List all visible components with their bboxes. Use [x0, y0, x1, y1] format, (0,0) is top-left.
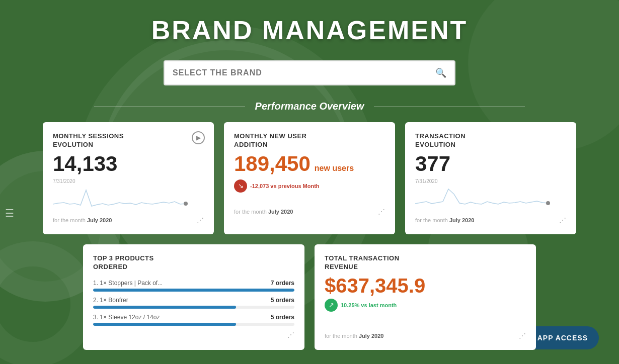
revenue-title: TOTAL TRANSACTIONREVENUE	[325, 254, 526, 271]
sidebar-menu-icon[interactable]: ☰	[5, 207, 14, 219]
search-input[interactable]	[173, 68, 435, 77]
product-2-name: 2. 1× Bonfrer	[93, 297, 128, 304]
transaction-chart	[415, 185, 551, 210]
performance-title: Performance Overview	[255, 101, 364, 112]
trend-up-icon: ↗	[325, 299, 338, 312]
product-1-orders: 7 orders	[271, 280, 294, 287]
new-user-trend: ↘ -12,073 vs previous Month	[234, 179, 385, 193]
revenue-footer: for the month July 2020 ⋰	[325, 332, 526, 340]
sessions-chart	[53, 185, 189, 210]
transaction-date: 7/31/2020	[415, 178, 566, 184]
product-item-3: 3. 1× Sleeve 12oz / 14oz 5 orders	[93, 314, 294, 326]
sessions-footer: for the month July 2020 ⋰	[53, 216, 204, 224]
new-user-value: 189,450	[234, 153, 311, 174]
sessions-share-icon[interactable]: ⋰	[197, 216, 204, 224]
transaction-sparkline: 7/31/2020	[415, 178, 566, 212]
product-3-orders: 5 orders	[271, 314, 294, 321]
monthly-sessions-title: MONTHLY SESSIONSEVOLUTION	[53, 132, 204, 149]
monthly-new-user-card: MONTHLY NEW USERADDITION 189,450 new use…	[224, 122, 395, 234]
trend-down-text: -12,073 vs previous Month	[250, 183, 320, 189]
new-user-share-icon[interactable]: ⋰	[378, 208, 385, 216]
search-icon: 🔍	[435, 67, 446, 78]
transaction-footer: for the month July 2020 ⋰	[415, 216, 566, 224]
svg-point-1	[546, 201, 550, 205]
transaction-value: 377	[415, 153, 566, 174]
sessions-nav-button[interactable]: ▶	[192, 131, 205, 144]
sessions-value: 14,133	[53, 153, 204, 174]
product-3-name: 3. 1× Sleeve 12oz / 14oz	[93, 314, 160, 321]
products-share-icon[interactable]: ⋰	[287, 331, 294, 339]
product-2-bar-track	[93, 306, 294, 309]
new-user-footer: for the month July 2020 ⋰	[234, 208, 385, 216]
divider-right	[374, 106, 525, 107]
trend-up-text: 10.25% vs last month	[341, 302, 397, 308]
product-item-1: 1. 1× Stoppers | Pack of... 7 orders	[93, 280, 294, 292]
performance-header: Performance Overview	[20, 101, 599, 112]
transaction-evolution-card: TRANSACTIONEVOLUTION 377 7/31/2020 for t…	[405, 122, 576, 234]
sessions-date: 7/31/2020	[53, 178, 204, 184]
sessions-footer-text: for the month July 2020	[53, 217, 112, 223]
revenue-value: $637,345.9	[325, 276, 526, 296]
new-users-label: new users	[315, 164, 354, 173]
transaction-share-icon[interactable]: ⋰	[559, 216, 566, 224]
revenue-trend: ↗ 10.25% vs last month	[325, 299, 526, 312]
product-3-bar-track	[93, 323, 294, 326]
transaction-footer-text: for the month July 2020	[415, 217, 474, 223]
trend-down-icon: ↘	[234, 179, 247, 193]
search-container: 🔍	[20, 60, 599, 85]
top-products-title: TOP 3 PRODUCTSORDERED	[93, 254, 294, 271]
product-1-bar	[93, 289, 294, 292]
products-footer: ⋰	[93, 331, 294, 339]
transaction-title: TRANSACTIONEVOLUTION	[415, 132, 566, 149]
sessions-sparkline: 7/31/2020	[53, 178, 204, 212]
revenue-card: TOTAL TRANSACTIONREVENUE $637,345.9 ↗ 10…	[315, 244, 536, 350]
product-2-orders: 5 orders	[271, 297, 294, 304]
top-products-card: TOP 3 PRODUCTSORDERED 1. 1× Stoppers | P…	[83, 244, 304, 350]
top-cards-row: MONTHLY SESSIONSEVOLUTION ▶ 14,133 7/31/…	[20, 122, 599, 234]
product-1-bar-track	[93, 289, 294, 292]
new-user-footer-text: for the month July 2020	[234, 209, 293, 215]
search-box: 🔍	[164, 60, 455, 85]
product-2-bar	[93, 306, 236, 309]
new-user-title: MONTHLY NEW USERADDITION	[234, 132, 385, 149]
page-title: BRAND MANAGEMENT	[20, 15, 599, 45]
divider-left	[94, 106, 245, 107]
product-1-name: 1. 1× Stoppers | Pack of...	[93, 280, 163, 287]
svg-point-0	[184, 202, 188, 206]
bottom-cards-row: TOP 3 PRODUCTSORDERED 1. 1× Stoppers | P…	[20, 244, 599, 350]
product-3-bar	[93, 323, 236, 326]
revenue-footer-text: for the month July 2020	[325, 333, 383, 339]
monthly-sessions-card: MONTHLY SESSIONSEVOLUTION ▶ 14,133 7/31/…	[43, 122, 214, 234]
product-item-2: 2. 1× Bonfrer 5 orders	[93, 297, 294, 309]
revenue-share-icon[interactable]: ⋰	[519, 332, 526, 340]
page-header: BRAND MANAGEMENT	[20, 15, 599, 45]
